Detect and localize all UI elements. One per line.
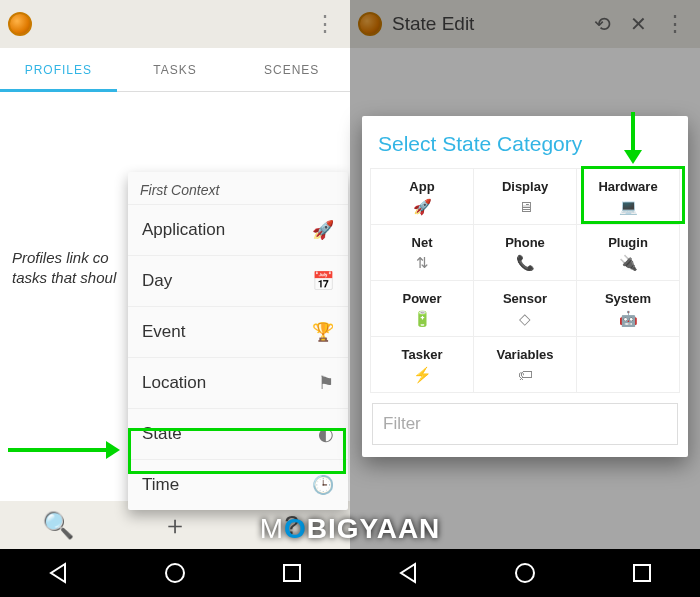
tasker-logo-icon — [8, 12, 32, 36]
battery-icon: 🔋 — [375, 310, 469, 328]
watermark: MOBIGYAAN — [260, 513, 441, 545]
clock-icon: 🕒 — [312, 474, 334, 496]
category-empty — [577, 337, 680, 393]
android-navbar — [0, 549, 350, 597]
android-navbar — [350, 549, 700, 597]
left-screenshot: PROFILES TASKS SCENES Click + Profiles l… — [0, 0, 350, 597]
category-display[interactable]: Display🖥 — [474, 169, 577, 225]
android-icon: 🤖 — [581, 310, 675, 328]
trophy-icon: 🏆 — [312, 321, 334, 343]
category-app[interactable]: App🚀 — [371, 169, 474, 225]
category-sensor[interactable]: Sensor◇ — [474, 281, 577, 337]
category-variables[interactable]: Variables🏷 — [474, 337, 577, 393]
nav-back-icon[interactable] — [397, 562, 419, 584]
rocket-icon: 🚀 — [312, 219, 334, 241]
kebab-icon — [314, 11, 334, 37]
svg-marker-3 — [401, 564, 415, 582]
search-icon: 🔍 — [42, 510, 74, 541]
monitor-icon: 🖥 — [478, 198, 572, 215]
nav-recent-icon[interactable] — [281, 562, 303, 584]
context-item-day[interactable]: Day📅 — [128, 255, 348, 306]
highlight-state-arrow — [8, 440, 128, 460]
context-item-event[interactable]: Event🏆 — [128, 306, 348, 357]
search-button[interactable]: 🔍 — [0, 501, 117, 549]
filter-input[interactable]: Filter — [372, 403, 678, 445]
category-phone[interactable]: Phone📞 — [474, 225, 577, 281]
tag-icon: 🏷 — [478, 366, 572, 383]
left-appbar — [0, 0, 350, 48]
right-screenshot: State Edit ⟲ ✕ Select State Category App… — [350, 0, 700, 597]
context-menu-header: First Context — [128, 172, 348, 204]
svg-marker-0 — [51, 564, 65, 582]
svg-rect-2 — [284, 565, 300, 581]
tab-scenes[interactable]: SCENES — [233, 48, 350, 91]
updown-icon: ⇅ — [375, 254, 469, 272]
category-plugin[interactable]: Plugin🔌 — [577, 225, 680, 281]
calendar-icon: 📅 — [312, 270, 334, 292]
highlight-hardware-box — [581, 166, 685, 224]
overflow-menu-button[interactable] — [306, 11, 342, 37]
category-power[interactable]: Power🔋 — [371, 281, 474, 337]
plus-icon: ＋ — [162, 508, 188, 543]
svg-rect-5 — [634, 565, 650, 581]
context-item-application[interactable]: Application🚀 — [128, 204, 348, 255]
highlight-state-box — [128, 428, 346, 474]
phone-icon: 📞 — [478, 254, 572, 272]
tab-profiles[interactable]: PROFILES — [0, 48, 117, 91]
nav-home-icon[interactable] — [514, 562, 536, 584]
svg-point-4 — [516, 564, 534, 582]
nav-recent-icon[interactable] — [631, 562, 653, 584]
rocket-icon: 🚀 — [375, 198, 469, 216]
tab-tasks[interactable]: TASKS — [117, 48, 234, 91]
nav-back-icon[interactable] — [47, 562, 69, 584]
category-net[interactable]: Net⇅ — [371, 225, 474, 281]
category-system[interactable]: System🤖 — [577, 281, 680, 337]
flag-icon: ⚑ — [318, 372, 334, 394]
category-tasker[interactable]: Tasker⚡ — [371, 337, 474, 393]
plug-icon: 🔌 — [581, 254, 675, 272]
sensor-icon: ◇ — [478, 310, 572, 328]
nav-home-icon[interactable] — [164, 562, 186, 584]
svg-point-1 — [166, 564, 184, 582]
context-item-location[interactable]: Location⚑ — [128, 357, 348, 408]
tab-bar: PROFILES TASKS SCENES — [0, 48, 350, 92]
lightning-icon: ⚡ — [375, 366, 469, 384]
